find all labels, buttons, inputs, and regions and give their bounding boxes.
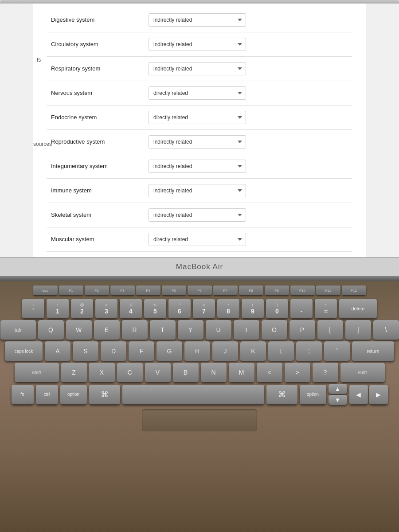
key-y[interactable]: Y <box>178 320 203 340</box>
relation-dropdown-wrapper: directly related indirectly related not … <box>149 111 246 124</box>
key-v[interactable]: V <box>145 363 171 382</box>
relation-select-immune[interactable]: indirectly related directly related not … <box>149 184 246 197</box>
key-semicolon[interactable]: ; <box>296 341 322 361</box>
key-3[interactable]: #3 <box>95 299 117 318</box>
relation-select-nervous[interactable]: directly related indirectly related not … <box>149 86 246 100</box>
key-backtick[interactable]: ~` <box>22 299 44 318</box>
key-cmd-left[interactable]: ⌘ <box>89 385 120 404</box>
table-row: Circulatory system indirectly related di… <box>47 32 352 57</box>
asdf-key-row: caps lock A S D F G H J K L ; ' return <box>7 341 392 361</box>
key-d[interactable]: D <box>101 341 126 361</box>
key-slash[interactable]: ? <box>313 363 338 382</box>
key-u[interactable]: U <box>206 320 231 340</box>
system-name: Skeletal system <box>47 211 149 218</box>
key-6[interactable]: ^6 <box>168 299 191 318</box>
key-minus[interactable]: _- <box>290 299 313 318</box>
side-label-ts: ts <box>37 57 41 63</box>
key-arrow-left[interactable]: ◀ <box>349 385 368 404</box>
key-9[interactable]: (9 <box>242 299 264 318</box>
relation-select-digestive[interactable]: indirectly related directly related not … <box>149 13 246 27</box>
key-f11[interactable]: F11 <box>316 286 340 295</box>
key-f10[interactable]: F10 <box>290 286 315 295</box>
key-n[interactable]: N <box>201 363 227 382</box>
key-p[interactable]: P <box>289 320 315 340</box>
key-i[interactable]: I <box>234 320 259 340</box>
key-f[interactable]: F <box>129 341 154 361</box>
key-f5[interactable]: F5 <box>162 286 186 295</box>
key-f9[interactable]: F9 <box>265 286 289 295</box>
key-f12[interactable]: F12 <box>342 286 366 295</box>
key-equals[interactable]: += <box>315 299 337 318</box>
key-fn[interactable]: fn <box>12 385 34 404</box>
relation-select-skeletal[interactable]: indirectly related directly related not … <box>149 208 246 222</box>
relation-select-integumentary[interactable]: indirectly related directly related not … <box>149 160 246 173</box>
key-f8[interactable]: F8 <box>239 286 263 295</box>
relation-select-endocrine[interactable]: directly related indirectly related not … <box>149 111 246 124</box>
key-c[interactable]: C <box>117 363 143 382</box>
key-period[interactable]: > <box>285 363 310 382</box>
key-5[interactable]: %5 <box>144 299 166 318</box>
key-g[interactable]: G <box>156 341 182 361</box>
key-f1[interactable]: F1 <box>59 286 83 295</box>
relation-dropdown-wrapper: indirectly related directly related not … <box>149 135 246 149</box>
key-e[interactable]: E <box>94 320 120 340</box>
relation-select-muscular[interactable]: directly related indirectly related not … <box>149 233 246 246</box>
key-r[interactable]: R <box>122 320 148 340</box>
table-row: Reproductive system indirectly related d… <box>47 130 352 154</box>
key-h[interactable]: H <box>184 341 210 361</box>
key-m[interactable]: M <box>229 363 254 382</box>
key-f6[interactable]: F6 <box>188 286 212 295</box>
key-arrow-right[interactable]: ▶ <box>369 385 388 404</box>
key-escape[interactable]: esc <box>33 286 58 295</box>
key-quote[interactable]: ' <box>324 341 350 361</box>
system-name: Respiratory system <box>47 65 149 72</box>
key-return[interactable]: return <box>352 341 394 361</box>
key-bracket-right[interactable]: ] <box>345 320 371 340</box>
number-key-row: ~` !1 @2 #3 $4 %5 ^6 &7 *8 (9 )0 <box>7 299 392 318</box>
relation-select-respiratory[interactable]: indirectly related directly related not … <box>149 62 246 75</box>
key-z[interactable]: Z <box>61 363 87 382</box>
relation-select-reproductive[interactable]: indirectly related directly related not … <box>149 135 246 149</box>
key-comma[interactable]: < <box>257 363 282 382</box>
key-7[interactable]: &7 <box>193 299 215 318</box>
key-ctrl[interactable]: ctrl <box>36 385 58 404</box>
key-x[interactable]: X <box>89 363 115 382</box>
key-w[interactable]: W <box>66 320 92 340</box>
key-s[interactable]: S <box>73 341 98 361</box>
key-1[interactable]: !1 <box>47 299 69 318</box>
key-capslock[interactable]: caps lock <box>5 341 43 361</box>
relation-dropdown-wrapper: indirectly related directly related not … <box>149 62 246 75</box>
key-4[interactable]: $4 <box>120 299 142 318</box>
key-cmd-right[interactable]: ⌘ <box>266 385 297 404</box>
key-f7[interactable]: F7 <box>213 286 238 295</box>
key-tab[interactable]: tab <box>0 320 36 340</box>
key-b[interactable]: B <box>173 363 199 382</box>
key-l[interactable]: L <box>268 341 294 361</box>
key-option-right[interactable]: option <box>300 385 326 404</box>
key-0[interactable]: )0 <box>266 299 288 318</box>
key-option-left[interactable]: option <box>60 385 87 404</box>
table-row: Digestive system indirectly related dire… <box>47 8 352 32</box>
key-arrow-down[interactable]: ▼ <box>329 395 347 405</box>
key-space[interactable] <box>122 385 264 404</box>
key-shift-left[interactable]: shift <box>15 363 59 382</box>
key-a[interactable]: A <box>45 341 70 361</box>
key-t[interactable]: T <box>150 320 176 340</box>
systems-table: Digestive system indirectly related dire… <box>47 8 352 257</box>
trackpad[interactable] <box>142 409 257 431</box>
key-delete[interactable]: delete <box>339 299 377 318</box>
key-backslash[interactable]: \ <box>373 320 399 340</box>
key-j[interactable]: J <box>212 341 238 361</box>
key-arrow-up[interactable]: ▲ <box>329 384 347 394</box>
key-8[interactable]: *8 <box>217 299 239 318</box>
key-k[interactable]: K <box>240 341 266 361</box>
key-q[interactable]: Q <box>38 320 64 340</box>
key-f4[interactable]: F4 <box>136 286 160 295</box>
relation-select-circulatory[interactable]: indirectly related directly related not … <box>149 38 246 51</box>
key-bracket-left[interactable]: [ <box>317 320 343 340</box>
key-o[interactable]: O <box>262 320 287 340</box>
key-f2[interactable]: F2 <box>85 286 109 295</box>
key-f3[interactable]: F3 <box>110 286 135 295</box>
key-shift-right[interactable]: shift <box>340 363 385 382</box>
key-2[interactable]: @2 <box>71 299 93 318</box>
